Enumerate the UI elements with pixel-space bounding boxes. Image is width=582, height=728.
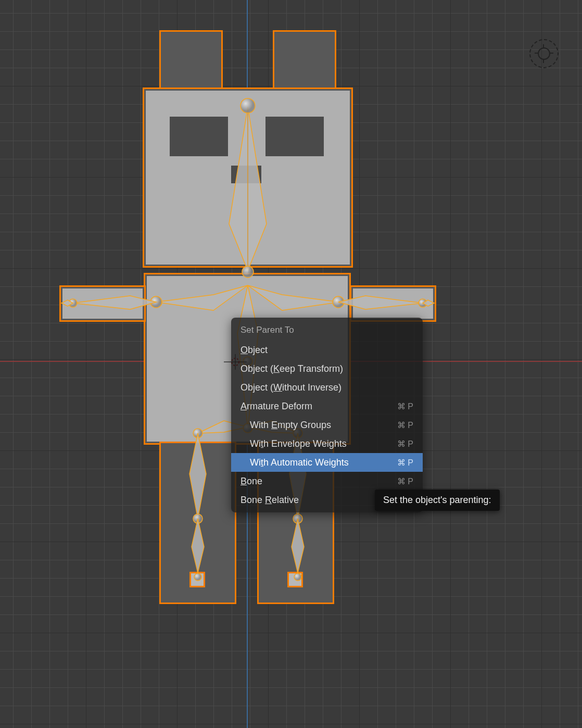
- mesh-eye-right: [265, 117, 324, 156]
- tooltip: Set the object's parenting:: [375, 489, 500, 511]
- mesh-arm-right[interactable]: [350, 285, 436, 322]
- context-menu-set-parent: Set Parent To Object Object (Keep Transf…: [231, 318, 423, 512]
- mesh-nose: [231, 166, 261, 183]
- mesh-eye-left: [170, 117, 228, 156]
- nav-gizmo-center-icon: [538, 47, 550, 60]
- menu-item-automatic-weights[interactable]: With Automatic Weights ⌘ P: [231, 453, 423, 472]
- arm-left-face: [62, 288, 143, 319]
- menu-item-object-keep-transform[interactable]: Object (Keep Transform): [231, 359, 423, 378]
- menu-item-empty-groups[interactable]: With Empty Groups ⌘ P: [231, 416, 423, 434]
- mesh-foot-right[interactable]: [287, 572, 303, 587]
- mesh-ear-right[interactable]: [273, 30, 336, 92]
- mesh-ear-left[interactable]: [159, 30, 223, 92]
- nav-gizmo[interactable]: [529, 39, 559, 68]
- arm-right-face: [353, 288, 433, 319]
- viewport-3d[interactable]: Set Parent To Object Object (Keep Transf…: [0, 0, 582, 728]
- menu-item-envelope-weights[interactable]: With Envelope Weights ⌘ P: [231, 434, 423, 453]
- context-menu-title: Set Parent To: [231, 321, 423, 341]
- menu-item-object-without-inverse[interactable]: Object (Without Inverse): [231, 378, 423, 397]
- menu-item-bone[interactable]: Bone ⌘ P: [231, 472, 423, 491]
- mesh-foot-left[interactable]: [189, 572, 205, 587]
- menu-item-object[interactable]: Object: [231, 341, 423, 359]
- mesh-arm-left[interactable]: [59, 285, 146, 322]
- menu-item-armature-deform[interactable]: Armature Deform ⌘ P: [231, 397, 423, 416]
